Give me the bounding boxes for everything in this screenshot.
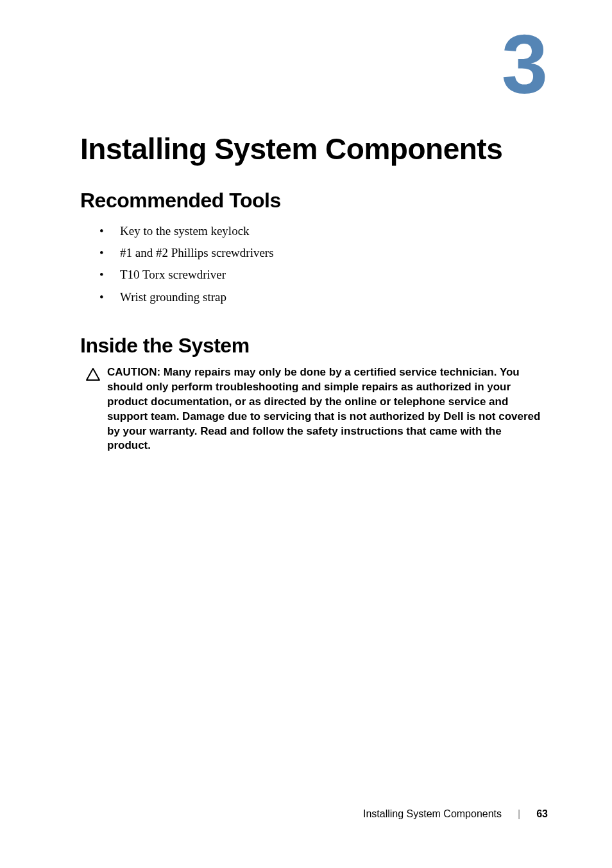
list-item: T10 Torx screwdriver	[99, 264, 548, 286]
list-item: #1 and #2 Phillips screwdrivers	[99, 242, 548, 264]
footer-title: Installing System Components	[363, 808, 502, 820]
footer-divider: |	[518, 808, 520, 820]
tools-list: Key to the system keylock #1 and #2 Phil…	[80, 220, 548, 308]
caution-triangle-icon	[85, 367, 101, 384]
footer-page-number: 63	[536, 808, 548, 820]
caution-label: CAUTION:	[107, 366, 164, 378]
caution-text: CAUTION: Many repairs may only be done b…	[107, 365, 548, 454]
list-item: Wrist grounding strap	[99, 286, 548, 308]
caution-block: CAUTION: Many repairs may only be done b…	[80, 365, 548, 454]
list-item: Key to the system keylock	[99, 220, 548, 242]
page-footer: Installing System Components | 63	[363, 808, 548, 820]
section-heading-tools: Recommended Tools	[80, 189, 548, 213]
section-heading-inside: Inside the System	[80, 334, 548, 358]
caution-body: Many repairs may only be done by a certi…	[107, 366, 540, 452]
chapter-title: Installing System Components	[80, 132, 548, 166]
chapter-number: 3	[502, 22, 548, 106]
